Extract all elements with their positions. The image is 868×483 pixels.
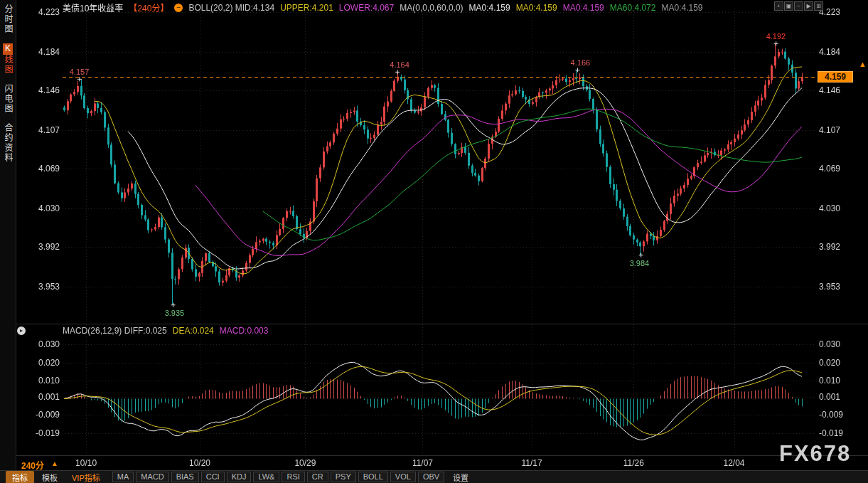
macd-dea-label: DEA:0.024 [173,326,214,336]
grid-icon[interactable]: ⊞ [814,1,823,11]
panel-divider [16,324,868,324]
trading-chart-window: 分时图K线图闪电图合约资料 美债10年收益率 【240分】 − BOLL(20,… [0,0,868,483]
collapse-main-panel-icon[interactable]: − [174,4,183,12]
price-axis-label-right: 4.184 [819,47,852,57]
toolbar-tab-vol[interactable]: VOL [390,472,416,482]
toolbar-tab-cci[interactable]: CCI [201,472,225,482]
toolbar-tab-lw[interactable]: LW& [253,472,279,482]
price-axis-label-left: 4.107 [33,125,60,135]
ma-group-label: MA(0,0,0,60,0,0) [400,3,463,13]
toolbar-tab-boll[interactable]: BOLL [358,472,388,482]
boll-mid-label: BOLL(20,2) MID:4.134 [188,3,274,13]
price-up-arrow-icon: ▲ [859,60,867,68]
price-axis-label-right: 3.953 [819,282,852,292]
toolbar-tab-psy[interactable]: PSY [331,472,356,482]
macd-axis-label-left: 0.001 [33,392,60,402]
crosshair-icon[interactable]: + [774,1,783,11]
date-axis-label: 11/26 [619,458,648,468]
active-tab-badge: K [3,43,13,55]
boll-upper-label: UPPER:4.201 [280,3,333,13]
active-tab-label: 线图 [3,55,13,75]
macd-axis-label-right: 0.020 [819,358,852,368]
macd-value-label: MACD:0.003 [220,326,269,336]
macd-axis-label-right: -0.019 [819,428,852,438]
sidebar-item-time-chart[interactable]: 分时图 [3,4,13,34]
toolbar-tab-template[interactable]: 模板 [36,471,64,483]
macd-axis-label-right: 0.001 [819,392,852,402]
toolbar-tab-settings[interactable]: 设置 [446,471,475,483]
price-axis-label-left: 4.184 [33,47,60,57]
toolbar-tab-bias[interactable]: BIAS [171,472,199,482]
toolbar-tab-vip-indicator[interactable]: VIP指标 [65,471,107,483]
sidebar-tab-list: 分时图K线图闪电图合约资料 [0,0,16,172]
toolbar-tab-obv[interactable]: OBV [418,472,444,482]
ma-value-4: MA0:4.159 [661,3,702,13]
macd-axis-label-right: 0.010 [819,376,852,386]
date-axis-label: 11/07 [408,458,436,468]
axis-divider [16,455,868,456]
price-axis-label-left: 4.030 [33,203,60,213]
play-icon[interactable]: ▶ [804,1,813,11]
toolbar-tab-indicator[interactable]: 指标 [6,471,34,483]
chart-window-controls: +▣−▶⊞ [774,1,824,11]
price-axis-label-right: 3.992 [819,242,852,252]
price-macd-chart-canvas[interactable] [63,0,816,455]
price-axis-label-right: 4.030 [819,203,852,213]
ma-value-0: MA0:4.159 [469,3,510,13]
toolbar-tab-macd[interactable]: MACD [136,472,168,482]
price-axis-label-right: 4.146 [819,85,852,95]
toolbar-tab-kdj[interactable]: KDJ [227,472,252,482]
timeframe-up-icon[interactable]: ▲ [51,460,58,467]
price-axis-label-right: 4.069 [819,164,852,174]
macd-axis-label-left: 0.030 [33,339,60,349]
macd-axis-label-right: 0.030 [819,339,852,349]
period-badge: 【240分】 [129,1,168,14]
boll-lower-label: LOWER:4.067 [339,3,394,13]
main-indicator-header: 美债10年收益率 【240分】 − BOLL(20,2) MID:4.134 U… [63,2,709,13]
last-price-tag: 4.159 [818,71,853,83]
macd-axis-label-left: -0.019 [33,428,60,438]
ma-value-2: MA0:4.159 [563,3,604,13]
price-axis-label-left: 4.223 [33,7,60,17]
timeframe-label[interactable]: 240分 [21,459,44,471]
macd-axis-label-left: 0.010 [33,376,60,386]
minimize-icon[interactable]: − [794,1,803,11]
sidebar-item-flash-chart[interactable]: 闪电图 [3,84,13,114]
ma-value-1: MA0:4.159 [516,3,557,13]
macd-indicator-header: ▸ MACD(26,12,9) DIFF:0.025 DEA:0.024 MAC… [17,326,274,336]
panel-icon[interactable]: ▣ [784,1,793,11]
price-axis-label-left: 3.992 [33,242,60,252]
fx678-logo: FX678 [779,441,851,467]
sidebar-item-kline-chart[interactable]: K线图 [3,43,13,75]
macd-collapse-icon[interactable]: ▸ [17,327,26,335]
ma-values-group: MA0:4.159MA0:4.159MA0:4.159MA60:4.072MA0… [469,3,709,13]
toolbar-tab-ma[interactable]: MA [112,472,134,482]
sidebar-item-contract-info[interactable]: 合约资料 [3,123,13,163]
macd-axis-label-left: -0.009 [33,410,60,420]
toolbar-tab-rsi[interactable]: RSI [282,472,304,482]
toolbar-tab-cr[interactable]: CR [307,472,328,482]
macd-axis-label-left: 0.020 [33,358,60,368]
date-axis-label: 11/17 [518,458,546,468]
date-axis-label: 12/04 [720,458,749,468]
date-axis-label: 10/10 [72,458,100,468]
indicator-toolbar: 指标模板VIP指标MAMACDBIASCCIKDJLW&RSICRPSYBOLL… [0,470,868,483]
symbol-title: 美债10年收益率 [63,1,123,14]
macd-axis-label-right: -0.009 [819,410,852,420]
price-axis-label-left: 4.069 [33,164,60,174]
left-tab-sidebar: 分时图K线图闪电图合约资料 [0,0,16,483]
date-axis-label: 10/29 [291,458,319,468]
price-axis-label-left: 3.953 [33,282,60,292]
price-axis-label-right: 4.107 [819,125,852,135]
ma-value-3: MA60:4.072 [610,3,656,13]
macd-params-diff-label: MACD(26,12,9) DIFF:0.025 [63,326,167,336]
price-axis-label-left: 4.146 [33,85,60,95]
date-axis-label: 10/20 [186,458,214,468]
